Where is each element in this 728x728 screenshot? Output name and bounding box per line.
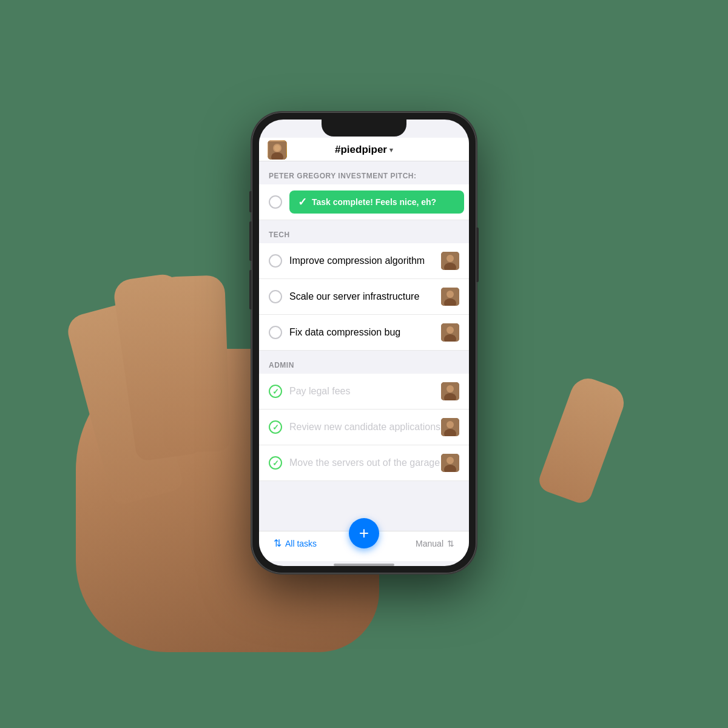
phone-screen: #piedpiper ▾ PETER GREGORY INVESTMENT PI… [259, 120, 469, 566]
mute-button [249, 191, 252, 212]
task-item-practice-elevator-pitch[interactable]: Practice elevator pitch ✓ Task complete [259, 184, 469, 220]
task-checkbox[interactable] [269, 326, 282, 339]
task-item-move-servers[interactable]: Move the servers out of the garage [259, 445, 469, 481]
task-checkbox[interactable] [269, 254, 282, 268]
sort-icon: ⇅ [447, 539, 454, 548]
task-checkbox-completed[interactable] [269, 385, 282, 398]
power-button [476, 228, 479, 282]
bottom-bar: ⇅ All tasks + Manual ⇅ [259, 531, 469, 561]
filter-label: All tasks [285, 539, 317, 548]
task-text: Improve compression algorithm [289, 255, 441, 266]
sort-section[interactable]: Manual ⇅ [416, 539, 454, 548]
section-admin: ADMIN [259, 351, 469, 374]
task-item-scale-server[interactable]: Scale our server infrastructure [259, 279, 469, 315]
svg-point-3 [274, 145, 280, 151]
task-text: Review new candidate applications [289, 422, 441, 433]
channel-name: #piedpiper [335, 144, 387, 156]
task-checkbox[interactable] [269, 195, 282, 209]
toast-message: Task complete! Feels nice, eh? [312, 197, 436, 207]
task-text: Fix data compression bug [289, 327, 441, 338]
task-item-pay-legal-fees[interactable]: Pay legal fees [259, 374, 469, 410]
task-assignee-avatar [441, 323, 459, 342]
hand-thumb [536, 374, 629, 507]
task-assignee-avatar [441, 418, 459, 436]
task-assignee-avatar [441, 252, 459, 270]
app-header: #piedpiper ▾ [259, 138, 469, 161]
task-assignee-avatar [441, 382, 459, 400]
list-spacer [259, 481, 469, 517]
add-task-button[interactable]: + [349, 518, 379, 548]
task-assignee-avatar [441, 288, 459, 306]
section-label: ADMIN [269, 361, 294, 369]
filter-section[interactable]: ⇅ All tasks [274, 538, 317, 549]
section-label: PETER GREGORY INVESTMENT PITCH: [269, 172, 417, 180]
sort-label: Manual [416, 539, 443, 548]
app-content: #piedpiper ▾ PETER GREGORY INVESTMENT PI… [259, 120, 469, 566]
svg-point-23 [447, 457, 454, 464]
filter-icon: ⇅ [274, 538, 281, 549]
task-checkbox[interactable] [269, 290, 282, 303]
volume-down-button [249, 270, 252, 309]
svg-point-11 [447, 291, 454, 298]
notch [322, 120, 406, 136]
scene: #piedpiper ▾ PETER GREGORY INVESTMENT PI… [136, 76, 592, 652]
task-item-review-candidates[interactable]: Review new candidate applications [259, 410, 469, 445]
task-item-improve-compression[interactable]: Improve compression algorithm [259, 243, 469, 279]
plus-icon: + [359, 525, 369, 542]
task-text: Pay legal fees [289, 386, 441, 397]
channel-title[interactable]: #piedpiper ▾ [335, 144, 393, 156]
task-checkbox-completed[interactable] [269, 456, 282, 470]
hand-finger3 [158, 275, 231, 453]
task-list: PETER GREGORY INVESTMENT PITCH: Practice… [259, 161, 469, 531]
avatar-image [268, 140, 287, 160]
user-avatar[interactable] [268, 140, 287, 160]
home-indicator [334, 564, 394, 566]
section-tech: TECH [259, 220, 469, 243]
checkmark-icon: ✓ [298, 195, 307, 209]
phone-frame: #piedpiper ▾ PETER GREGORY INVESTMENT PI… [252, 112, 476, 573]
svg-point-8 [447, 255, 454, 262]
task-assignee-avatar [441, 454, 459, 472]
task-complete-toast: ✓ Task complete! Feels nice, eh? [289, 190, 464, 214]
task-item-fix-compression-bug[interactable]: Fix data compression bug [259, 315, 469, 351]
section-label: TECH [269, 231, 290, 239]
svg-point-17 [447, 385, 454, 393]
section-peter-gregory: PETER GREGORY INVESTMENT PITCH: [259, 161, 469, 184]
task-text: Scale our server infrastructure [289, 291, 441, 302]
volume-up-button [249, 221, 252, 261]
task-checkbox-completed[interactable] [269, 420, 282, 434]
svg-point-14 [447, 326, 454, 334]
chevron-down-icon: ▾ [389, 146, 393, 154]
task-text: Move the servers out of the garage [289, 457, 441, 468]
svg-point-20 [447, 421, 454, 428]
